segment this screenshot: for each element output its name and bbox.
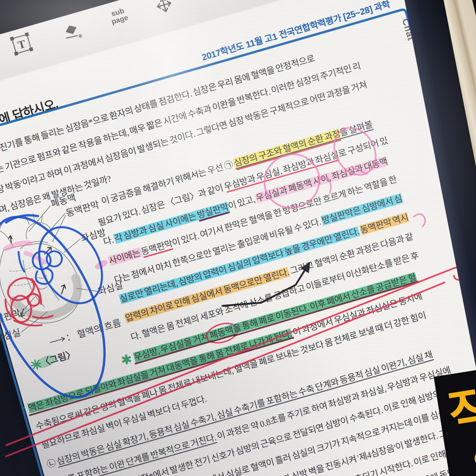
passage-segment: 방실판막 bbox=[196, 202, 230, 220]
document-page: 2017학년도 11월 고1 전국연합학력평가 [25~28] 과학 ※ 다음 … bbox=[0, 0, 476, 476]
eraser-icon bbox=[61, 22, 80, 41]
book-cover-glyph: 업 bbox=[471, 444, 476, 476]
tablet-screen: T sub page bbox=[0, 0, 476, 476]
label-right-ventricle: 우심실 bbox=[0, 327, 22, 344]
move-icon bbox=[152, 0, 176, 17]
move-tool-button[interactable] bbox=[152, 0, 176, 18]
eraser-button[interactable] bbox=[61, 22, 81, 42]
passage-segment: 폐동맥 bbox=[209, 325, 234, 341]
svg-text:T: T bbox=[17, 37, 27, 51]
figure-legend: ： 혈액의 흐름 bbox=[65, 318, 122, 343]
book-cover-glyph: 직 bbox=[445, 383, 476, 440]
figure-caption: 〈그림〉 bbox=[39, 348, 76, 368]
photo-of-tablet: 절 T sub page bbox=[0, 0, 476, 476]
sub-page-button[interactable]: sub page bbox=[101, 4, 136, 28]
text-tool-button[interactable]: T bbox=[9, 31, 35, 59]
passage-segment: 이 있고, bbox=[227, 194, 258, 211]
text-tool-icon: T bbox=[9, 31, 35, 57]
green-star-mark: ✱ bbox=[15, 400, 27, 421]
passage-segment: 동맥판막 bbox=[140, 238, 174, 257]
